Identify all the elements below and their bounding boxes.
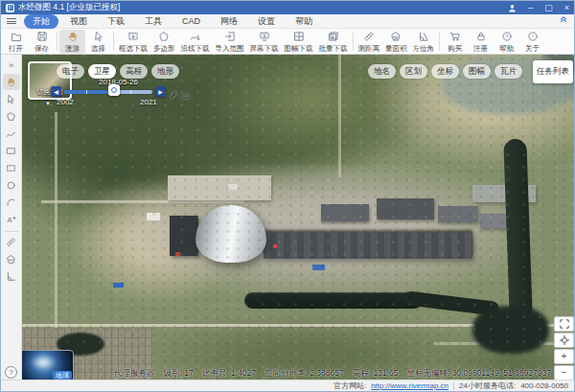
select-button[interactable]: 选择 bbox=[85, 30, 111, 54]
folder-icon bbox=[11, 31, 22, 44]
toolbar-separator bbox=[113, 32, 114, 51]
register-button[interactable]: 注册 bbox=[468, 30, 494, 54]
timeline-tick bbox=[130, 90, 131, 94]
dashed-rectangle-tool-icon[interactable] bbox=[3, 160, 20, 176]
rectangle-tool-icon[interactable] bbox=[3, 143, 20, 159]
menu-bar: 开始 视图 下载 工具 CAD 网络 设置 帮助 bbox=[1, 14, 574, 29]
overlay-tab-mapsheet[interactable]: 图幅 bbox=[463, 64, 491, 79]
arc-tool-icon[interactable] bbox=[3, 195, 20, 211]
locate-icon[interactable] bbox=[554, 333, 574, 348]
overlay-tabs: 地名 区划 坐标 图幅 瓦片 bbox=[368, 64, 522, 79]
map-view-controls: + − bbox=[554, 316, 574, 380]
layer-tab-elevation[interactable]: 高程 bbox=[120, 64, 148, 79]
overlay-tab-boundaries[interactable]: 区划 bbox=[400, 64, 427, 79]
timeline-slider-fill bbox=[64, 90, 114, 94]
close-button[interactable]: × bbox=[564, 3, 569, 12]
status-proxy: 代理服务器 bbox=[114, 368, 155, 380]
open-button[interactable]: 打开 bbox=[3, 30, 29, 54]
globe-clouds bbox=[30, 355, 57, 370]
zoom-out-button[interactable]: − bbox=[554, 365, 574, 380]
polyline-download-button[interactable]: 沿线下载 bbox=[178, 30, 213, 54]
help-icon: ? bbox=[501, 31, 513, 44]
screen-download-button[interactable]: 屏幕下载 bbox=[247, 30, 282, 54]
timeline-tick bbox=[86, 90, 87, 94]
svg-text:?: ? bbox=[505, 33, 508, 38]
measure-distance-tool-icon[interactable] bbox=[3, 234, 20, 250]
footer-separator bbox=[453, 382, 454, 390]
measure-distance-button[interactable]: 测距离 bbox=[356, 30, 383, 54]
save-icon bbox=[36, 31, 48, 44]
about-icon: ! bbox=[527, 31, 539, 44]
hotline-number: 400-028-0050 bbox=[520, 381, 568, 390]
status-bar: 代理服务器 级别: 17 比例尺: 1:4027 空间分辨率: 2.388657… bbox=[114, 368, 551, 380]
left-tool-strip: » A ? bbox=[1, 55, 22, 381]
pan-tool-icon[interactable] bbox=[3, 74, 20, 90]
timeline-settings-wrench-icon[interactable] bbox=[169, 86, 178, 104]
batch-download-button[interactable]: 批量下载 bbox=[316, 30, 351, 54]
maximize-button[interactable]: ▢ bbox=[544, 3, 553, 12]
measure-area-tool-icon[interactable] bbox=[3, 251, 20, 267]
status-level: 级别: 17 bbox=[164, 368, 194, 380]
overlay-tab-placenames[interactable]: 地名 bbox=[368, 64, 396, 79]
about-button[interactable]: !关于 bbox=[519, 30, 545, 54]
user-account-icon[interactable] bbox=[508, 4, 517, 12]
lock-icon bbox=[475, 31, 487, 44]
menu-item-download[interactable]: 下载 bbox=[99, 14, 133, 29]
pan-button[interactable]: 漫游 bbox=[59, 30, 85, 54]
timeline-histogram-icon[interactable] bbox=[181, 86, 191, 104]
box-select-download-button[interactable]: 框选下载 bbox=[116, 30, 150, 54]
overlay-tab-coordinates[interactable]: 坐标 bbox=[431, 64, 459, 79]
zoom-in-button[interactable]: + bbox=[554, 349, 574, 364]
select-tool-icon[interactable] bbox=[3, 91, 20, 107]
menu-item-view[interactable]: 视图 bbox=[61, 14, 96, 29]
polyline-download-icon bbox=[190, 31, 201, 44]
measure-area-button[interactable]: 量面积 bbox=[382, 30, 410, 54]
map-canvas[interactable]: 切换底图 ▼ 电子 卫星 高程 地形 2018-05-26 ◀ ▶ 2002 2… bbox=[22, 55, 575, 381]
azimuth-tool-icon[interactable] bbox=[3, 268, 20, 285]
timeline-slider-handle[interactable] bbox=[108, 84, 120, 96]
globe-view-button[interactable]: 地球 bbox=[22, 350, 74, 381]
menu-item-help[interactable]: 帮助 bbox=[287, 14, 321, 29]
chevron-down-icon[interactable]: ▼ bbox=[45, 101, 51, 106]
polyline-tool-icon[interactable] bbox=[3, 126, 20, 142]
left-strip-separator bbox=[5, 231, 18, 232]
overlay-tab-tiles[interactable]: 瓦片 bbox=[494, 64, 522, 79]
website-link[interactable]: http://www.rivermap.cn bbox=[371, 381, 448, 390]
collapse-ribbon-icon[interactable] bbox=[559, 15, 568, 27]
timeline-next-button[interactable]: ▶ bbox=[155, 86, 166, 97]
save-button[interactable]: 保存 bbox=[29, 30, 55, 54]
task-list-button[interactable]: 任务列表 bbox=[533, 60, 573, 83]
quick-help-icon[interactable]: ? bbox=[5, 366, 17, 379]
layer-tab-electronic[interactable]: 电子 bbox=[57, 64, 84, 79]
sheet-download-icon bbox=[293, 31, 305, 44]
expand-panel-icon[interactable]: » bbox=[3, 57, 20, 73]
azimuth-button[interactable]: 方位角 bbox=[410, 30, 438, 54]
fullscreen-icon[interactable] bbox=[554, 316, 574, 332]
batch-download-icon bbox=[328, 31, 339, 44]
buy-button[interactable]: 购买 bbox=[442, 30, 468, 54]
label-tool-icon[interactable]: A bbox=[3, 212, 20, 228]
polygon-download-button[interactable]: 多边形 bbox=[150, 30, 178, 54]
menu-item-settings[interactable]: 设置 bbox=[249, 14, 284, 29]
minimize-button[interactable]: – bbox=[528, 3, 533, 12]
circle-tool-icon[interactable] bbox=[3, 177, 20, 194]
help-button[interactable]: ?帮助 bbox=[494, 30, 519, 54]
layer-tab-terrain[interactable]: 地形 bbox=[151, 64, 179, 79]
menu-item-cad[interactable]: CAD bbox=[173, 15, 209, 27]
hamburger-menu-icon[interactable] bbox=[7, 18, 16, 24]
import-icon bbox=[224, 31, 236, 44]
measure-area-icon bbox=[390, 31, 402, 44]
svg-text:!: ! bbox=[532, 33, 534, 38]
timeline-prev-button[interactable]: ◀ bbox=[51, 86, 61, 97]
window-title: 水经微图 4.1 [企业版已授权] bbox=[18, 2, 120, 13]
import-extent-button[interactable]: 导入范围 bbox=[213, 30, 247, 54]
cart-icon bbox=[449, 31, 461, 44]
polygon-tool-icon[interactable] bbox=[3, 108, 20, 125]
menu-item-network[interactable]: 网络 bbox=[212, 14, 246, 29]
layer-tab-satellite[interactable]: 卫星 bbox=[88, 64, 116, 79]
menu-item-start[interactable]: 开始 bbox=[24, 14, 58, 29]
layer-tabs: 电子 卫星 高程 地形 bbox=[57, 64, 179, 79]
menu-item-tools[interactable]: 工具 bbox=[136, 14, 171, 29]
measure-distance-icon bbox=[363, 31, 375, 44]
mapsheet-download-button[interactable]: 图幅下载 bbox=[282, 30, 316, 54]
